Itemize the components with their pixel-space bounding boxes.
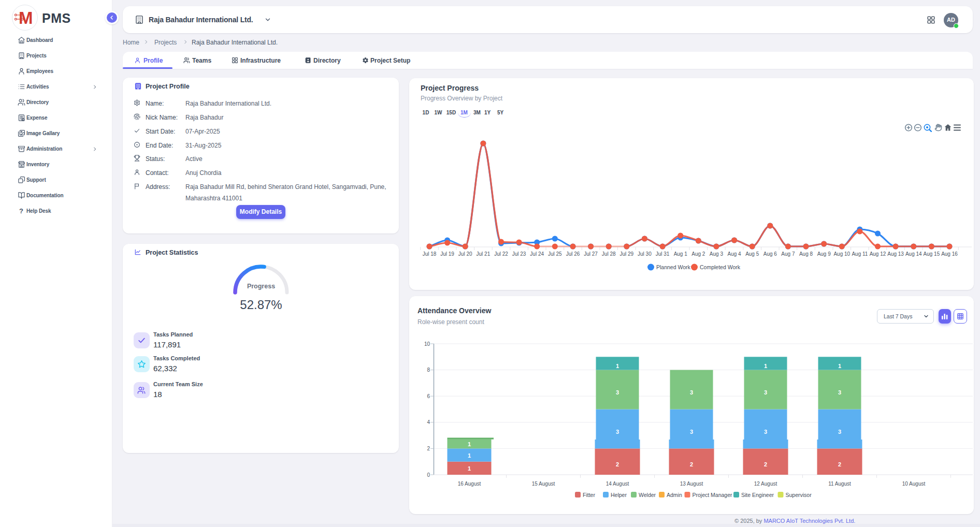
svg-text:1: 1 [468,441,471,447]
svg-text:Aug 10: Aug 10 [833,251,850,257]
svg-text:Aug 13: Aug 13 [887,251,904,257]
svg-text:Jul 27: Jul 27 [584,251,598,257]
svg-text:8: 8 [427,367,430,373]
svg-text:1: 1 [764,363,767,369]
svg-text:Jul 23: Jul 23 [512,251,526,257]
svg-text:1: 1 [468,465,471,472]
svg-text:Aug 14: Aug 14 [905,251,922,257]
svg-text:Aug 9: Aug 9 [817,251,831,257]
svg-text:Admin: Admin [667,492,682,498]
svg-text:14 August: 14 August [606,481,629,487]
svg-text:3: 3 [838,389,841,396]
svg-text:12 August: 12 August [754,481,777,487]
svg-text:Aug 16: Aug 16 [941,251,958,257]
svg-text:15 August: 15 August [532,481,555,487]
svg-text:Aug 1: Aug 1 [674,251,688,257]
svg-text:Aug 5: Aug 5 [745,251,759,257]
svg-text:2: 2 [427,446,430,451]
svg-text:Aug 2: Aug 2 [691,251,705,257]
svg-text:4: 4 [427,419,430,425]
svg-text:Completed Work: Completed Work [700,264,741,270]
svg-text:10: 10 [424,341,430,347]
svg-text:Fitter: Fitter [583,492,595,498]
svg-text:3: 3 [690,429,693,435]
svg-text:M: M [19,8,33,27]
svg-text:Aug 7: Aug 7 [781,251,795,257]
svg-text:Aug 3: Aug 3 [710,251,724,257]
svg-text:Jul 22: Jul 22 [494,251,508,257]
svg-text:Jul 28: Jul 28 [602,251,616,257]
svg-text:Jul 31: Jul 31 [656,251,670,257]
svg-text:Aug 11: Aug 11 [852,251,868,257]
svg-text:2: 2 [764,461,767,467]
svg-text:Jul 20: Jul 20 [458,251,472,257]
svg-text:Project Manager: Project Manager [693,492,733,498]
svg-text:Jul 29: Jul 29 [619,251,633,257]
svg-text:6: 6 [427,393,430,399]
svg-text:3: 3 [690,389,693,396]
svg-text:1: 1 [838,363,841,369]
svg-text:Jul 18: Jul 18 [423,251,437,257]
svg-text:0: 0 [427,472,430,478]
svg-text:Welder: Welder [639,492,656,498]
svg-text:Aug 6: Aug 6 [763,251,777,257]
svg-text:11 August: 11 August [828,481,851,487]
svg-text:Aug 12: Aug 12 [870,251,886,257]
svg-text:13 August: 13 August [680,481,703,487]
svg-text:3: 3 [616,389,619,396]
svg-text:1: 1 [616,363,619,369]
svg-text:Jul 24: Jul 24 [530,251,544,257]
svg-text:Aug 4: Aug 4 [728,251,742,257]
svg-text:2: 2 [616,461,619,467]
svg-text:16 August: 16 August [458,481,481,487]
svg-text:Supervisor: Supervisor [786,492,812,498]
svg-text:3: 3 [764,429,767,435]
svg-text:Aug 15: Aug 15 [924,251,940,257]
svg-text:2: 2 [838,461,841,467]
svg-text:Jul 26: Jul 26 [566,251,580,257]
svg-text:Aug 8: Aug 8 [799,251,813,257]
svg-text:3: 3 [616,429,619,435]
svg-text:10 August: 10 August [902,481,926,487]
svg-text:Planned Work: Planned Work [656,264,691,270]
svg-text:Site Engineer: Site Engineer [741,492,774,498]
svg-text:2: 2 [690,461,693,467]
svg-text:3: 3 [764,389,767,396]
svg-text:Jul 25: Jul 25 [548,251,562,257]
svg-text:Jul 19: Jul 19 [440,251,454,257]
svg-text:3: 3 [838,429,841,435]
svg-text:Jul 30: Jul 30 [638,251,652,257]
svg-text:1: 1 [468,452,471,459]
svg-text:Helper: Helper [611,492,627,498]
svg-text:Jul 21: Jul 21 [477,251,491,257]
